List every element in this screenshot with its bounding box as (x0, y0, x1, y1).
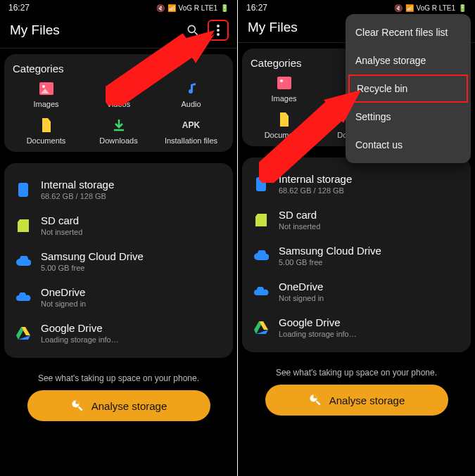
more-options-icon[interactable] (208, 20, 229, 41)
storage-internal[interactable]: Internal storage68.62 GB / 128 GB (10, 172, 227, 207)
cloud-icon (253, 248, 269, 264)
menu-analyse-storage[interactable]: Analyse storage (346, 46, 471, 75)
header: My Files (0, 15, 237, 49)
analyse-storage-button[interactable]: Analyse storage (265, 385, 448, 416)
storage-googledrive[interactable]: Google DriveLoading storage info… (10, 315, 227, 351)
storage-title: Internal storage (41, 179, 114, 191)
category-apk[interactable]: APK Installation files (155, 118, 227, 145)
storage-samsung-cloud[interactable]: Samsung Cloud Drive5.00 GB free (248, 238, 465, 274)
analyse-icon (308, 393, 322, 407)
storage-title: Google Drive (41, 322, 119, 334)
category-label: Audio (181, 100, 201, 108)
storage-onedrive[interactable]: OneDriveNot signed in (248, 274, 465, 309)
menu-clear-recent[interactable]: Clear Recent files list (346, 18, 471, 46)
status-icons: 🔇📶VoG R LTE1🔋 (156, 4, 229, 12)
page-title: My Files (10, 22, 60, 38)
storage-title: OneDrive (41, 286, 86, 298)
category-label: Installation files (165, 136, 217, 145)
svg-line-1 (195, 32, 198, 35)
onedrive-icon (15, 290, 31, 305)
analyse-storage-button[interactable]: Analyse storage (27, 390, 210, 421)
image-icon (277, 76, 292, 90)
overflow-menu: Clear Recent files list Analyse storage … (346, 14, 471, 163)
footer-hint: See what's taking up space on your phone… (238, 368, 475, 378)
analyse-icon (70, 399, 84, 413)
storage-internal[interactable]: Internal storage68.62 GB / 128 GB (248, 166, 465, 202)
storage-sub: 5.00 GB free (41, 264, 144, 272)
category-label: Images (33, 100, 58, 108)
image-icon (39, 82, 54, 96)
googledrive-icon (253, 320, 269, 335)
phone-left: 16:27 🔇📶VoG R LTE1🔋 My Files Categories … (0, 0, 237, 476)
phone-icon (253, 176, 269, 192)
statusbar: 16:27 🔇📶VoG R LTE1🔋 (0, 0, 237, 15)
status-time: 16:27 (8, 3, 30, 13)
storage-sub: Not inserted (41, 228, 82, 236)
analyse-label: Analyse storage (91, 400, 167, 412)
categories-grid: Images Videos Audio Documents Downloads … (10, 82, 227, 145)
sdcard-icon (253, 212, 269, 228)
statusbar: 16:27 🔇📶VoG R LTE1🔋 (238, 0, 475, 15)
category-label: Documents (27, 136, 66, 145)
document-icon (39, 118, 54, 132)
category-downloads[interactable]: Downloads (82, 118, 155, 145)
audio-icon (184, 82, 199, 96)
storage-sdcard[interactable]: SD cardNot inserted (10, 207, 227, 243)
svg-point-6 (42, 85, 45, 88)
phone-icon (15, 182, 31, 198)
category-images[interactable]: Images (248, 76, 320, 103)
phone-right: 16:27 🔇📶VoG R LTE1🔋 My Files Categories … (238, 0, 475, 476)
svg-rect-8 (18, 183, 28, 197)
footer-hint: See what's taking up space on your phone… (0, 373, 237, 383)
category-audio[interactable]: Audio (155, 82, 227, 108)
storage-title: SD card (41, 214, 82, 226)
storage-googledrive[interactable]: Google DriveLoading storage info… (248, 309, 465, 345)
storage-card: Internal storage68.62 GB / 128 GB SD car… (4, 163, 233, 358)
download-icon (111, 118, 127, 132)
storage-samsung-cloud[interactable]: Samsung Cloud Drive5.00 GB free (10, 243, 227, 279)
storage-sub: 68.62 GB / 128 GB (41, 192, 114, 200)
categories-card: Categories Images Videos Audio Documents… (4, 54, 233, 152)
page-title: My Files (248, 20, 298, 35)
svg-point-0 (188, 25, 195, 32)
svg-point-4 (217, 33, 220, 36)
category-label: Documents (265, 131, 304, 139)
svg-point-3 (217, 29, 220, 32)
svg-rect-14 (256, 177, 266, 191)
svg-rect-11 (277, 77, 291, 89)
category-documents[interactable]: Documents (248, 112, 320, 139)
category-label: Images (271, 94, 296, 103)
menu-recycle-bin[interactable]: Recycle bin (348, 75, 468, 103)
svg-line-16 (316, 401, 319, 405)
storage-sub: Loading storage info… (41, 335, 119, 344)
sdcard-icon (15, 218, 31, 233)
category-videos[interactable]: Videos (82, 82, 155, 108)
onedrive-icon (253, 284, 269, 300)
category-label: Downloads (99, 136, 137, 145)
analyse-label: Analyse storage (329, 394, 405, 406)
storage-sub: Not signed in (41, 300, 86, 308)
storage-card: Internal storage68.62 GB / 128 GB SD car… (242, 157, 471, 352)
apk-icon: APK (184, 118, 199, 132)
category-label: Videos (107, 100, 130, 108)
document-icon (277, 112, 292, 127)
cloud-icon (15, 254, 31, 269)
svg-point-2 (217, 25, 220, 27)
svg-line-10 (78, 407, 82, 411)
search-icon[interactable] (182, 20, 203, 41)
menu-settings[interactable]: Settings (346, 103, 471, 131)
svg-point-12 (280, 79, 283, 82)
status-icons: 🔇📶VoG R LTE1🔋 (394, 4, 467, 12)
menu-contact-us[interactable]: Contact us (346, 131, 471, 159)
storage-sdcard[interactable]: SD cardNot inserted (248, 202, 465, 238)
video-icon (111, 82, 127, 96)
category-images[interactable]: Images (10, 82, 82, 108)
header-actions (182, 20, 229, 41)
googledrive-icon (15, 326, 31, 341)
category-documents[interactable]: Documents (10, 118, 82, 145)
status-time: 16:27 (246, 3, 267, 13)
storage-title: Samsung Cloud Drive (41, 250, 144, 262)
storage-onedrive[interactable]: OneDriveNot signed in (10, 279, 227, 315)
categories-title: Categories (10, 63, 227, 82)
